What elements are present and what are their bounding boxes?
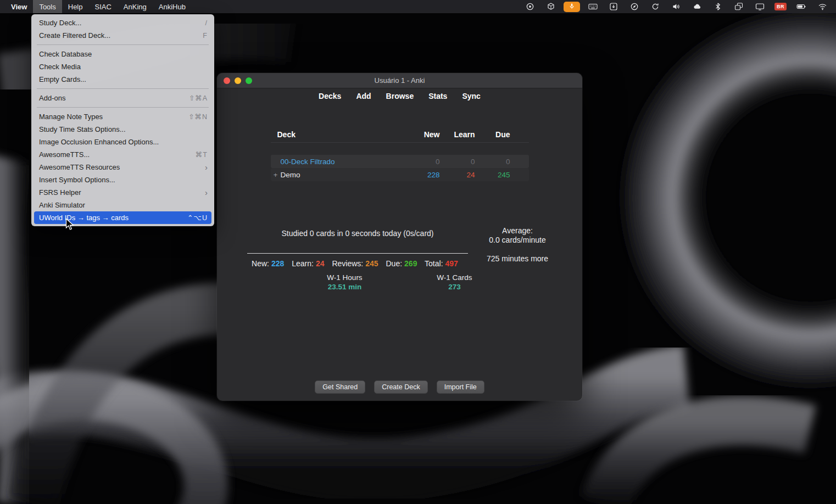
menu-item-shortcut: ⇧⌘N — [188, 113, 208, 121]
download-icon[interactable] — [603, 0, 624, 13]
nav-stats-button[interactable]: Stats — [428, 92, 447, 103]
nav-sync-button[interactable]: Sync — [462, 92, 480, 103]
menu-item-shortcut: ⇧⌘A — [189, 94, 208, 102]
menu-item-shortcut: ⌃⌥U — [187, 214, 208, 222]
menu-item-check-database[interactable]: Check Database — [34, 48, 211, 60]
deck-due-count: 245 — [475, 171, 510, 179]
menu-siac[interactable]: SIAC — [89, 0, 118, 13]
menu-item-label: Manage Note Types — [39, 113, 103, 121]
input-source-label: BR — [774, 3, 787, 10]
deck-expand-toggle[interactable]: + — [272, 171, 280, 179]
deck-row-filtered[interactable]: 00-Deck Filtrado 0 0 0 — [271, 155, 529, 168]
bluetooth-icon[interactable] — [707, 0, 728, 13]
weekly-cards-block: W-1 Cards 273 — [400, 273, 510, 292]
compass-icon[interactable] — [624, 0, 645, 13]
screen-record-icon[interactable] — [520, 0, 540, 13]
menu-item-label: Anki Simulator — [39, 201, 85, 209]
menu-view[interactable]: View — [5, 0, 33, 13]
deck-rows: 00-Deck Filtrado 0 0 0 + Demo 228 24 245 — [271, 155, 529, 181]
deck-learn-count: 24 — [440, 171, 475, 179]
wifi-icon[interactable] — [812, 0, 833, 13]
package-icon[interactable] — [540, 0, 561, 13]
create-deck-button[interactable]: Create Deck — [374, 380, 427, 394]
stats-divider — [247, 253, 468, 254]
mouse-cursor — [65, 218, 75, 233]
menu-ankihub[interactable]: AnkiHub — [153, 0, 192, 13]
keyboard-icon[interactable] — [582, 0, 603, 13]
microphone-active-icon[interactable] — [561, 0, 582, 13]
get-shared-button[interactable]: Get Shared — [315, 380, 365, 394]
menu-item-label: Empty Cards... — [39, 75, 86, 83]
menu-separator — [37, 88, 209, 89]
menu-item-label: AwesomeTTS Resources — [39, 163, 120, 171]
submenu-chevron-icon: › — [205, 163, 208, 171]
menu-item-shortcut: ⌘T — [196, 150, 208, 159]
nav-add-button[interactable]: Add — [356, 92, 371, 103]
window-close-button[interactable] — [224, 77, 230, 84]
menu-item-empty-cards[interactable]: Empty Cards... — [34, 73, 211, 86]
menu-item-fsrs-helper[interactable]: FSRS Helper › — [34, 186, 211, 199]
menu-item-check-media[interactable]: Check Media — [34, 60, 211, 73]
main-nav: Decks Add Browse Stats Sync — [217, 92, 582, 103]
menu-item-label: Insert Symbol Options... — [39, 176, 115, 184]
menu-item-study-time-stats-options[interactable]: Study Time Stats Options... — [34, 123, 211, 136]
menu-item-awesometts[interactable]: AwesomeTTS... ⌘T — [34, 148, 211, 161]
menu-item-label: Study Time Stats Options... — [39, 125, 126, 133]
nav-decks-button[interactable]: Decks — [319, 92, 341, 103]
menu-item-manage-note-types[interactable]: Manage Note Types ⇧⌘N — [34, 110, 211, 123]
menu-item-study-deck[interactable]: Study Deck... / — [34, 16, 211, 29]
menu-separator — [37, 107, 209, 108]
summary-learn-label: Learn: — [292, 259, 314, 268]
minutes-remaining-text: 725 minutes more — [462, 254, 572, 264]
deck-table-header: Deck New Learn Due — [271, 130, 529, 143]
studied-today-text: Studied 0 cards in 0 seconds today (0s/c… — [217, 229, 498, 238]
menu-tools[interactable]: Tools — [33, 0, 62, 13]
menu-item-label: AwesomeTTS... — [39, 150, 90, 159]
deck-learn-count: 0 — [440, 158, 475, 166]
menu-item-label: Create Filtered Deck... — [39, 31, 110, 40]
menu-item-add-ons[interactable]: Add-ons ⇧⌘A — [34, 92, 211, 104]
display-icon[interactable] — [749, 0, 770, 13]
weekly-hours-block: W-1 Hours 23.51 min — [290, 273, 400, 292]
window-minimize-button[interactable] — [235, 77, 241, 84]
volume-icon[interactable] — [666, 0, 687, 13]
menu-separator — [37, 44, 209, 45]
import-file-button[interactable]: Import File — [437, 380, 484, 394]
menu-help[interactable]: Help — [62, 0, 89, 13]
menu-item-label: FSRS Helper — [39, 188, 81, 197]
menu-item-image-occlusion-enhanced-options[interactable]: Image Occlusion Enhanced Options... — [34, 136, 211, 148]
nav-browse-button[interactable]: Browse — [386, 92, 414, 103]
deck-name-link[interactable]: 00-Deck Filtrado — [280, 158, 405, 166]
deck-new-count: 228 — [405, 171, 440, 179]
cloud-icon[interactable] — [687, 0, 707, 13]
battery-icon[interactable] — [791, 0, 812, 13]
tabs-icon[interactable] — [728, 0, 749, 13]
weekly-cards-value: 273 — [400, 282, 510, 292]
mic-pill — [564, 2, 580, 12]
window-zoom-button[interactable] — [246, 77, 252, 84]
menu-anking[interactable]: AnKing — [118, 0, 153, 13]
tools-dropdown-menu: Study Deck... / Create Filtered Deck... … — [31, 14, 214, 226]
menu-item-label: Study Deck... — [39, 19, 81, 27]
summary-total-value: 497 — [445, 259, 458, 268]
menu-item-awesometts-resources[interactable]: AwesomeTTS Resources › — [34, 161, 211, 173]
deck-due-count: 0 — [475, 158, 510, 166]
summary-due-label: Due: — [386, 259, 402, 268]
header-new: New — [405, 130, 440, 139]
menu-item-create-filtered-deck[interactable]: Create Filtered Deck... F — [34, 29, 211, 42]
menu-item-anki-simulator[interactable]: Anki Simulator — [34, 199, 211, 211]
deck-name-link[interactable]: Demo — [280, 171, 405, 179]
stats-area: Studied 0 cards in 0 seconds today (0s/c… — [217, 226, 582, 273]
deck-table: Deck New Learn Due 00-Deck Filtrado 0 0 … — [271, 130, 529, 181]
deck-row-demo[interactable]: + Demo 228 24 245 — [271, 168, 529, 181]
summary-new-value: 228 — [271, 259, 284, 268]
summary-reviews-value: 245 — [365, 259, 378, 268]
window-title-bar[interactable]: Usuário 1 - Anki — [217, 73, 582, 88]
menu-item-insert-symbol-options[interactable]: Insert Symbol Options... — [34, 173, 211, 186]
macos-menu-bar: View Tools Help SIAC AnKing AnkiHub — [0, 0, 836, 13]
refresh-icon[interactable] — [645, 0, 666, 13]
weekly-stats-row: W-1 Hours 23.51 min W-1 Cards 273 — [217, 273, 582, 292]
input-source-br-icon[interactable]: BR — [770, 0, 791, 13]
menu-item-uworld-ids-tags-cards[interactable]: UWorld IDs → tags → cards ⌃⌥U — [34, 211, 211, 224]
footer-buttons: Get Shared Create Deck Import File — [217, 380, 582, 394]
